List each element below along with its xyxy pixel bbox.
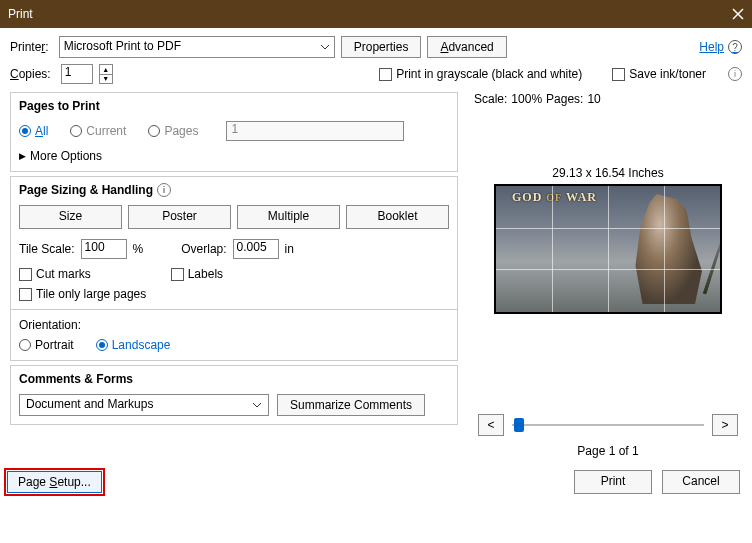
grayscale-checkbox[interactable]: Print in grayscale (black and white)	[379, 67, 582, 81]
copies-label: Copies:	[10, 67, 51, 81]
overlap-unit: in	[285, 242, 294, 256]
largepages-checkbox[interactable]: Tile only large pages	[19, 287, 146, 301]
more-options-toggle[interactable]: ▶ More Options	[19, 149, 449, 163]
sizing-title: Page Sizing & Handling i	[19, 183, 449, 197]
page-indicator: Page 1 of 1	[474, 444, 742, 458]
checkbox-icon	[379, 68, 392, 81]
spinner-up-icon[interactable]: ▲	[100, 65, 112, 75]
help-link[interactable]: Help ?	[699, 40, 742, 54]
radio-all[interactable]: All	[19, 124, 48, 138]
chevron-down-icon	[320, 41, 330, 55]
copies-input[interactable]: 1	[61, 64, 93, 84]
page-setup-button[interactable]: Page Setup...	[7, 471, 102, 493]
radio-current[interactable]: Current	[70, 124, 126, 138]
info-icon[interactable]: i	[728, 67, 742, 81]
pages-range-input[interactable]: 1	[226, 121, 404, 141]
pages-panel-title: Pages to Print	[19, 99, 449, 113]
multiple-button[interactable]: Multiple	[237, 205, 340, 229]
saveink-label: Save ink/toner	[629, 67, 706, 81]
tilescale-input[interactable]: 100	[81, 239, 127, 259]
comments-dropdown[interactable]: Document and Markups	[19, 394, 269, 416]
booklet-button[interactable]: Booklet	[346, 205, 449, 229]
grayscale-label: Print in grayscale (black and white)	[396, 67, 582, 81]
preview-dimensions: 29.13 x 16.54 Inches	[474, 166, 742, 180]
preview-weapon	[695, 220, 722, 298]
cutmarks-checkbox[interactable]: Cut marks	[19, 267, 91, 281]
percent-label: %	[133, 242, 144, 256]
advanced-button[interactable]: Advanced	[427, 36, 506, 58]
radio-portrait[interactable]: Portrait	[19, 338, 74, 352]
page-setup-highlight: Page Setup...	[4, 468, 105, 496]
preview-thumbnail: GOD OF WAR	[494, 184, 722, 314]
tilescale-label: Tile Scale:	[19, 242, 75, 256]
chevron-down-icon	[252, 399, 262, 413]
preview-status: Scale:100% Pages:10	[474, 92, 742, 106]
printer-select[interactable]: Microsoft Print to PDF	[59, 36, 335, 58]
sizing-panel: Page Sizing & Handling i Size Poster Mul…	[10, 176, 458, 361]
properties-button[interactable]: Properties	[341, 36, 422, 58]
checkbox-icon	[612, 68, 625, 81]
prev-page-button[interactable]: <	[478, 414, 504, 436]
next-page-button[interactable]: >	[712, 414, 738, 436]
help-icon: ?	[728, 40, 742, 54]
print-button[interactable]: Print	[574, 470, 652, 494]
radio-landscape[interactable]: Landscape	[96, 338, 171, 352]
pages-to-print-panel: Pages to Print All Current Pages 1 ▶	[10, 92, 458, 172]
copies-spinner[interactable]: ▲ ▼	[99, 64, 113, 84]
spinner-down-icon[interactable]: ▼	[100, 75, 112, 84]
poster-button[interactable]: Poster	[128, 205, 231, 229]
saveink-checkbox[interactable]: Save ink/toner	[612, 67, 706, 81]
preview-logo: GOD OF WAR	[512, 190, 597, 205]
info-icon[interactable]: i	[157, 183, 171, 197]
overlap-label: Overlap:	[181, 242, 226, 256]
size-button[interactable]: Size	[19, 205, 122, 229]
cancel-button[interactable]: Cancel	[662, 470, 740, 494]
radio-pages[interactable]: Pages	[148, 124, 198, 138]
summarize-button[interactable]: Summarize Comments	[277, 394, 425, 416]
printer-select-value: Microsoft Print to PDF	[64, 39, 181, 53]
labels-checkbox[interactable]: Labels	[171, 267, 223, 281]
comments-title: Comments & Forms	[19, 372, 449, 386]
preview-character	[632, 194, 702, 304]
window-title: Print	[8, 7, 33, 21]
printer-label: Printer:	[10, 40, 49, 54]
overlap-input[interactable]: 0.005	[233, 239, 279, 259]
triangle-right-icon: ▶	[19, 151, 26, 161]
zoom-slider[interactable]	[512, 415, 704, 435]
orientation-title: Orientation:	[19, 318, 449, 332]
close-icon[interactable]	[732, 8, 744, 20]
comments-panel: Comments & Forms Document and Markups Su…	[10, 365, 458, 425]
